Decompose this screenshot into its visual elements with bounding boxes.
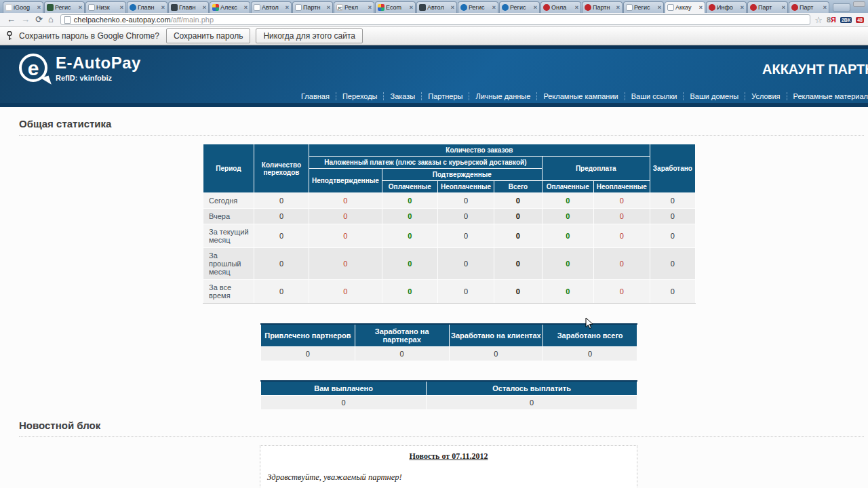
nav-item-заказы[interactable]: Заказы — [384, 92, 422, 100]
browser-tab[interactable]: Регис× — [499, 1, 540, 13]
browser-tab[interactable]: Главн× — [168, 1, 209, 13]
red-favicon-icon — [543, 4, 550, 11]
news-greeting: Здравствуйте, уважаемый партнер! — [267, 472, 630, 483]
summary-value: 0 — [261, 396, 427, 410]
never-for-site-button[interactable]: Никогда для этого сайта — [256, 28, 363, 43]
page-favicon-icon — [88, 4, 95, 11]
adblock-extension-icon[interactable]: 48 — [856, 17, 864, 23]
tab-close-icon[interactable]: × — [327, 4, 330, 11]
tab-close-icon[interactable]: × — [492, 4, 496, 11]
tab-close-icon[interactable]: × — [616, 4, 620, 11]
tab-close-icon[interactable]: × — [161, 4, 165, 11]
vk-extension-icon[interactable]: 2ВК — [840, 17, 852, 23]
tab-close-icon[interactable]: × — [741, 4, 744, 11]
browser-tab[interactable]: Аккау× — [665, 1, 705, 13]
tab-title: Регис — [55, 4, 77, 11]
browser-tab[interactable]: Парт× — [747, 1, 788, 13]
browser-tab[interactable]: Регис× — [458, 1, 498, 13]
browser-tab[interactable]: Парт× — [789, 1, 829, 13]
tab-title: Парт — [758, 4, 781, 11]
tab-title: Регис — [510, 4, 532, 11]
new-tab-button[interactable] — [833, 3, 850, 12]
tab-close-icon[interactable]: × — [410, 4, 413, 11]
reload-button[interactable]: ⟳ — [35, 14, 43, 26]
tab-close-icon[interactable]: × — [782, 4, 785, 11]
tab-close-icon[interactable]: × — [451, 4, 454, 11]
bookmark-star-icon[interactable]: ☆ — [814, 15, 823, 25]
tab-close-icon[interactable]: × — [37, 4, 41, 11]
browser-tab[interactable]: Главн× — [127, 1, 167, 13]
blue-favicon-icon — [460, 4, 467, 11]
nav-item-ваши-ссылки[interactable]: Ваши ссылки — [625, 92, 684, 100]
browser-tab[interactable]: Ecom× — [375, 1, 416, 13]
tab-title: Партн — [593, 4, 615, 11]
tab-title: Регис — [634, 4, 656, 11]
nav-item-личные-данные[interactable]: Личные данные — [469, 92, 537, 100]
back-button[interactable]: ← — [7, 14, 16, 26]
browser-tab[interactable]: Партн× — [292, 1, 333, 13]
stats-row: За все время00000000 — [203, 280, 696, 304]
browser-tab[interactable]: iGoog× — [3, 1, 43, 13]
tab-close-icon[interactable]: × — [823, 4, 827, 11]
eautopay-logo-icon: e — [19, 54, 47, 82]
tab-close-icon[interactable]: × — [244, 4, 248, 11]
blue-favicon-icon — [130, 4, 136, 11]
tab-close-icon[interactable]: × — [79, 4, 82, 11]
home-button[interactable]: ⌂ — [48, 14, 54, 26]
stats-value: 0 — [593, 193, 650, 209]
nav-item-условия[interactable]: Условия — [745, 92, 787, 100]
browser-tab[interactable]: Автол× — [251, 1, 292, 13]
tab-close-icon[interactable]: × — [658, 4, 661, 11]
save-password-button[interactable]: Сохранить пароль — [166, 28, 250, 43]
tab-title: iGoog — [14, 4, 36, 11]
tab-close-icon[interactable]: × — [368, 4, 372, 11]
url-path: /aff/main.php — [171, 16, 214, 24]
tab-close-icon[interactable]: × — [534, 4, 537, 11]
window-minimize-button[interactable] — [853, 1, 865, 7]
tab-close-icon[interactable]: × — [699, 4, 703, 11]
tab-close-icon[interactable]: × — [285, 4, 289, 11]
stats-value: 0 — [542, 209, 593, 224]
news-title-link[interactable]: Новость от 07.11.2012 — [267, 451, 630, 462]
browser-tab[interactable]: Автол× — [416, 1, 457, 13]
browser-tab[interactable]: Регис× — [44, 1, 85, 13]
save-password-infobar: Сохранить пароль в Google Chrome? Сохран… — [0, 27, 868, 45]
tab-close-icon[interactable]: × — [120, 4, 123, 11]
browser-tab[interactable]: Низк× — [85, 1, 126, 13]
summary-value: 0 — [355, 347, 449, 361]
browser-tab[interactable]: Регис× — [623, 1, 664, 13]
browser-tab[interactable]: Алекс× — [210, 1, 250, 13]
stats-value: 0 — [542, 224, 593, 248]
eautopay-logo[interactable]: e E-AutoPay RefID: vkinfobiz — [19, 54, 141, 82]
nav-item-партнеры[interactable]: Партнеры — [422, 92, 469, 100]
tab-close-icon[interactable]: × — [575, 4, 578, 11]
stats-value: 0 — [382, 248, 437, 280]
browser-tab[interactable]: Инфо× — [706, 1, 747, 13]
col-unconfirmed: Неподтвержденные — [309, 169, 382, 193]
nav-item-рекламные-материалы[interactable]: Рекламные материалы — [787, 92, 868, 100]
forward-button[interactable]: → — [21, 14, 30, 26]
tab-title: Автол — [427, 4, 450, 11]
stats-value: 0 — [254, 224, 309, 248]
nav-item-главная[interactable]: Главная — [295, 92, 336, 100]
nav-item-рекламные-кампании[interactable]: Рекламные кампании — [537, 92, 625, 100]
window-controls[interactable] — [853, 1, 865, 7]
page-favicon-icon — [295, 4, 302, 11]
nav-item-переходы[interactable]: Переходы — [336, 92, 384, 100]
tab-close-icon[interactable]: × — [203, 4, 206, 11]
browser-tab[interactable]: Онла× — [540, 1, 581, 13]
stats-value: 0 — [593, 248, 650, 280]
stats-value: 0 — [254, 193, 309, 209]
stats-value: 0 — [650, 224, 695, 248]
stats-value: 0 — [542, 193, 593, 209]
yandex-extension-icon[interactable]: 8Я — [827, 16, 836, 24]
stats-value: 0 — [494, 193, 542, 209]
address-bar[interactable]: chelpachenko.e-autopay.com /aff/main.php — [60, 14, 811, 25]
news-section-title: Новостной блок — [19, 410, 864, 437]
browser-tab[interactable]: JCРекл× — [334, 1, 374, 13]
nav-item-ваши-домены[interactable]: Ваши домены — [684, 92, 745, 100]
google-favicon-icon — [5, 4, 12, 11]
summary-value: 0 — [261, 347, 355, 361]
browser-tab[interactable]: Партн× — [582, 1, 623, 13]
tab-title: Главн — [138, 4, 160, 11]
